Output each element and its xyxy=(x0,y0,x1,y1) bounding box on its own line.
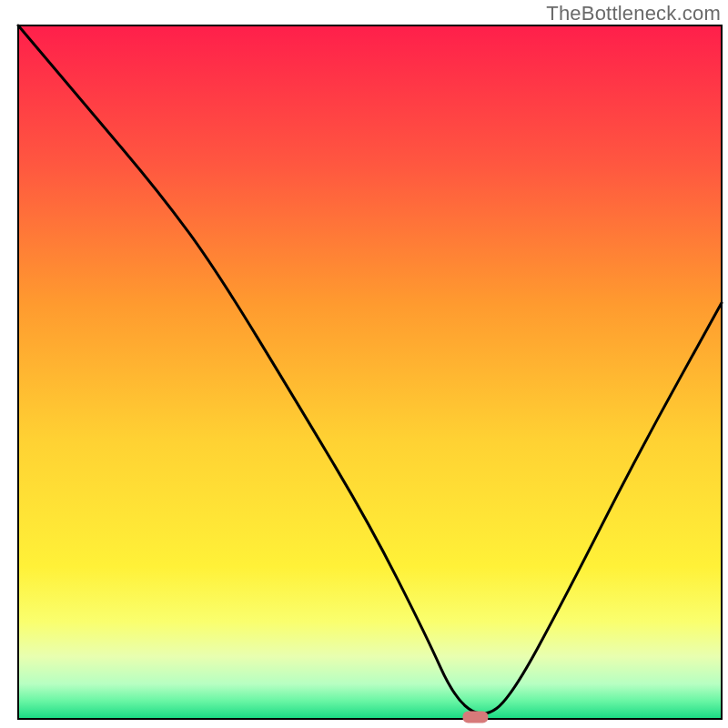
watermark-text: TheBottleneck.com xyxy=(546,2,721,25)
chart-container: { "watermark": "TheBottleneck.com", "cha… xyxy=(0,0,728,728)
bottleneck-chart xyxy=(0,0,728,728)
gradient-background xyxy=(18,25,722,719)
min-marker xyxy=(462,712,488,723)
